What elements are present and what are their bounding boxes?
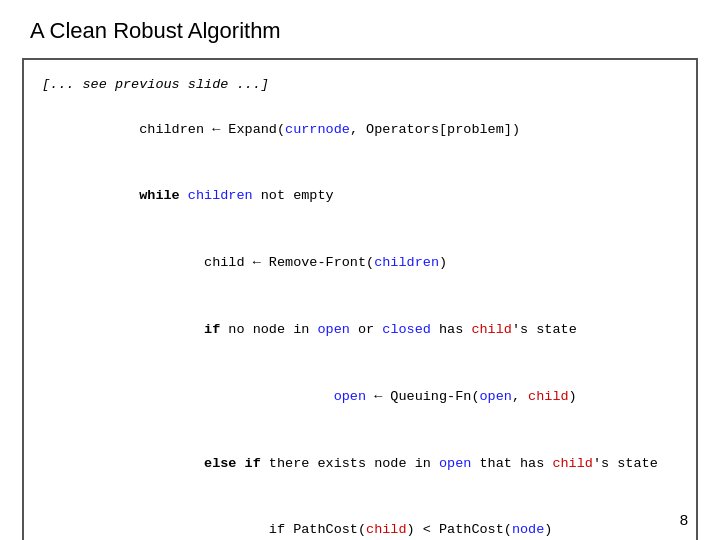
- children-label: children: [139, 122, 212, 137]
- child-ref-4: child: [366, 522, 407, 537]
- closed-ref-1: closed: [382, 322, 431, 337]
- children-ref-1: children: [188, 188, 253, 203]
- code-line-3: child ← Remove-Front(children): [42, 230, 678, 297]
- comment-start: [... see previous slide ...]: [42, 74, 678, 96]
- slide-number: 8: [680, 511, 688, 528]
- open-ref-4: open: [439, 456, 471, 471]
- if-kw-1: if: [204, 322, 228, 337]
- code-line-4: if no node in open or closed has child's…: [42, 297, 678, 364]
- page-title: A Clean Robust Algorithm: [0, 0, 720, 58]
- children-ref-2: children: [374, 255, 439, 270]
- code-line-5: open ← Queuing-Fn(open, child): [42, 363, 678, 430]
- while-kw: while: [139, 188, 188, 203]
- expand-call: Expand(: [228, 122, 285, 137]
- child-ref-1: child: [471, 322, 512, 337]
- arrow-1: ←: [212, 122, 228, 137]
- child-label-1: child: [204, 255, 253, 270]
- code-line-2: while children not empty: [42, 163, 678, 230]
- currnode-ref: currnode: [285, 122, 350, 137]
- code-box: [... see previous slide ...] children ← …: [22, 58, 698, 540]
- code-line-6: else if there exists node in open that h…: [42, 430, 678, 497]
- code-line-1: children ← Expand(currnode, Operators[pr…: [42, 96, 678, 163]
- code-line-7: if PathCost(child) < PathCost(node): [42, 497, 678, 540]
- child-ref-2: child: [528, 389, 569, 404]
- elseif-kw-1: else if: [204, 456, 269, 471]
- child-ref-3: child: [552, 456, 593, 471]
- open-ref-2: open: [334, 389, 366, 404]
- node-ref-1: node: [512, 522, 544, 537]
- open-ref-3: open: [479, 389, 511, 404]
- open-ref-1: open: [317, 322, 349, 337]
